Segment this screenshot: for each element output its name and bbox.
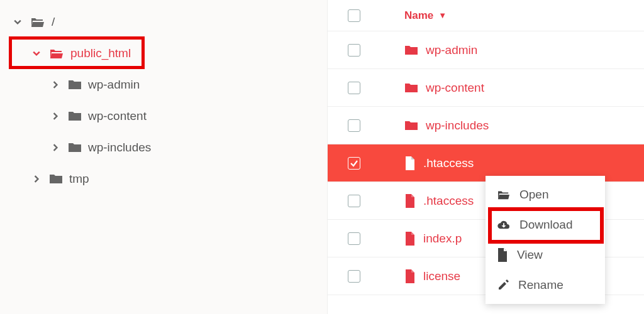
tree-item-public-html[interactable]: public_html: [11, 38, 316, 69]
folder-icon: [49, 173, 63, 185]
file-icon: [404, 232, 416, 246]
sidebar: / public_html wp-admin: [0, 0, 327, 314]
row-checkbox[interactable]: [348, 270, 360, 283]
cloud-download-icon: [497, 219, 511, 230]
folder-icon: [404, 120, 418, 131]
context-menu-label: Rename: [518, 278, 564, 292]
tree-item-label: public_html: [70, 46, 131, 60]
folder-icon: [404, 45, 418, 56]
chevron-right-icon: [49, 144, 62, 151]
tree-root-label: /: [52, 15, 55, 29]
chevron-right-icon: [49, 81, 62, 89]
tree-item-label: wp-content: [88, 109, 147, 123]
context-menu-label: Open: [519, 188, 548, 202]
item-name: license: [423, 269, 460, 283]
tree-item-wp-admin[interactable]: wp-admin: [11, 69, 316, 100]
row-checkbox[interactable]: [348, 44, 360, 57]
column-header-name[interactable]: Name ▼: [404, 9, 447, 22]
list-item[interactable]: wp-admin: [328, 31, 644, 69]
folder-icon: [68, 111, 82, 122]
tree-item-tmp[interactable]: tmp: [11, 163, 316, 195]
context-menu-open[interactable]: Open: [486, 180, 605, 210]
column-header-label: Name: [404, 9, 433, 22]
folder-open-icon: [49, 47, 64, 60]
row-checkbox[interactable]: [348, 195, 360, 207]
file-icon: [497, 248, 508, 262]
folder-open-icon: [497, 189, 511, 200]
file-icon: [404, 156, 416, 170]
row-checkbox[interactable]: [348, 119, 360, 132]
file-icon: [404, 269, 416, 283]
context-menu-label: View: [517, 248, 543, 262]
sort-descending-icon: ▼: [438, 11, 447, 20]
row-checkbox[interactable]: [348, 82, 360, 94]
context-menu-download[interactable]: Download: [486, 210, 605, 240]
context-menu-rename[interactable]: Rename: [486, 270, 605, 300]
tree-root[interactable]: /: [11, 6, 316, 38]
item-name: .htaccess: [423, 156, 474, 170]
item-name: .htaccess: [423, 194, 474, 208]
folder-open-icon: [30, 16, 45, 28]
context-menu: Open Download View Rename: [486, 176, 605, 304]
folder-icon: [68, 142, 82, 153]
item-name: index.p: [423, 232, 462, 246]
context-menu-view[interactable]: View: [486, 240, 605, 270]
chevron-down-icon: [30, 50, 43, 57]
list-item[interactable]: wp-content: [328, 69, 644, 107]
tree-item-wp-includes[interactable]: wp-includes: [11, 132, 316, 163]
tree-item-label: tmp: [69, 172, 89, 186]
list-item[interactable]: wp-includes: [328, 107, 644, 144]
chevron-down-icon: [11, 18, 24, 26]
chevron-right-icon: [30, 175, 43, 183]
select-all-checkbox[interactable]: [348, 9, 360, 22]
tree-item-label: wp-admin: [88, 78, 140, 92]
folder-icon: [404, 82, 418, 94]
edit-icon: [497, 279, 509, 291]
item-name: wp-admin: [426, 43, 477, 57]
tree-item-wp-content[interactable]: wp-content: [11, 100, 316, 132]
tree-item-label: wp-includes: [88, 141, 151, 154]
folder-icon: [68, 79, 82, 90]
item-name: wp-content: [426, 81, 484, 95]
row-checkbox[interactable]: [348, 157, 360, 170]
list-header: Name ▼: [328, 0, 644, 31]
row-checkbox[interactable]: [348, 232, 360, 245]
chevron-right-icon: [49, 112, 62, 120]
context-menu-label: Download: [519, 218, 573, 232]
item-name: wp-includes: [426, 119, 489, 133]
file-icon: [404, 194, 416, 208]
